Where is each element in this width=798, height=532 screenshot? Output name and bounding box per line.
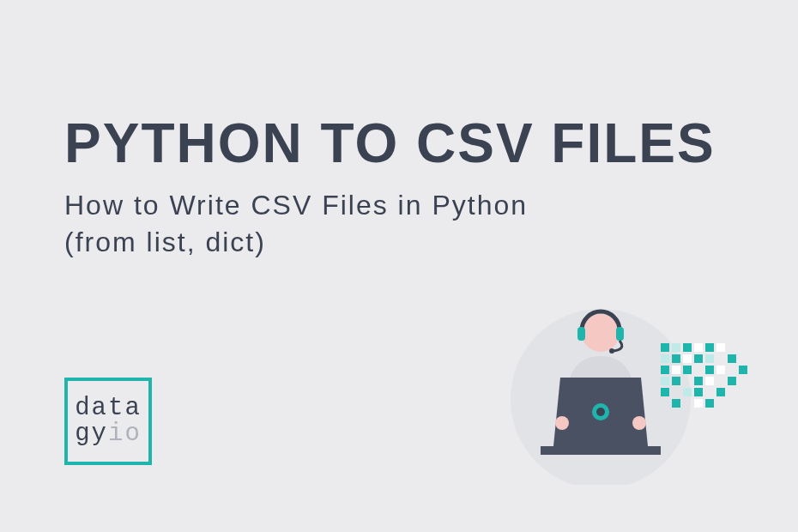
logo-line-2: gyio [75,421,142,447]
svg-rect-24 [661,388,669,396]
datagy-logo: data gyio [64,378,152,465]
logo-io: io [108,420,142,448]
desk-icon [541,446,661,455]
svg-rect-17 [716,366,725,374]
svg-rect-11 [705,354,714,363]
svg-rect-2 [672,343,680,352]
svg-rect-9 [683,354,692,363]
svg-rect-25 [683,388,692,396]
svg-rect-15 [683,366,692,374]
svg-rect-32 [616,327,624,341]
laptop-icon [553,378,648,446]
svg-rect-18 [739,366,747,374]
svg-rect-22 [705,377,714,385]
svg-rect-12 [728,354,736,363]
svg-rect-19 [661,377,669,385]
svg-point-37 [632,416,646,430]
svg-rect-7 [661,354,669,363]
svg-rect-27 [716,388,725,396]
logo-line-1: data [75,396,142,421]
svg-rect-23 [728,377,736,385]
svg-rect-31 [577,327,585,341]
svg-rect-20 [672,377,680,385]
svg-rect-29 [694,399,703,408]
page-subtitle: How to Write CSV Files in Python (from l… [64,187,528,261]
svg-rect-26 [694,388,703,396]
svg-rect-4 [694,343,703,352]
svg-point-33 [609,348,614,354]
svg-point-36 [555,416,569,430]
svg-rect-13 [661,366,669,374]
svg-rect-5 [705,343,714,352]
page-title: PYTHON TO CSV FILES [64,112,716,175]
svg-rect-21 [694,377,703,385]
svg-rect-6 [716,343,725,352]
svg-rect-14 [672,366,680,374]
svg-point-35 [596,408,605,416]
svg-rect-28 [672,399,680,408]
svg-rect-10 [694,354,703,363]
logo-gy: gy [75,420,108,448]
svg-rect-30 [705,399,714,408]
coder-illustration [493,296,751,485]
svg-rect-16 [705,366,714,374]
svg-rect-1 [661,343,669,352]
svg-rect-8 [672,354,680,363]
svg-rect-3 [683,343,692,352]
